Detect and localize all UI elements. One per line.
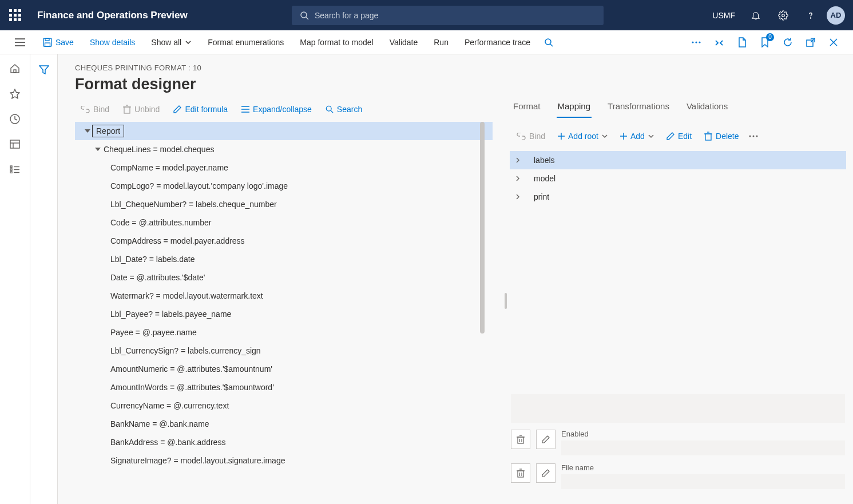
tree-search-button[interactable]: Search <box>320 102 368 116</box>
tab-mapping[interactable]: Mapping <box>557 98 592 118</box>
nav-recent[interactable] <box>9 113 21 125</box>
delete-button[interactable]: Delete <box>699 129 744 143</box>
scrollbar[interactable] <box>480 122 485 334</box>
trash-icon <box>517 469 525 478</box>
mapping-more-button[interactable] <box>745 133 761 140</box>
tree-node-label: Lbl_Date? = labels.date <box>109 255 195 264</box>
show-details-button[interactable]: Show details <box>82 30 143 54</box>
enabled-edit-button[interactable] <box>536 430 556 449</box>
tab-transformations[interactable]: Transformations <box>606 98 671 118</box>
tree-node[interactable]: CompAddress = model.payer.address <box>75 232 493 250</box>
enabled-field[interactable] <box>561 440 845 455</box>
datasource-labels[interactable]: labels <box>510 151 846 169</box>
add-button[interactable]: Add <box>614 129 660 143</box>
more-icon <box>749 135 758 137</box>
chevron-down-icon <box>185 39 192 46</box>
tree-node[interactable]: Lbl_Date? = labels.date <box>75 250 493 268</box>
summary-field <box>511 394 845 423</box>
tree-node-label: CompName = model.payer.name <box>109 163 228 172</box>
filename-label: File name <box>561 463 845 472</box>
settings-button[interactable] <box>772 4 795 27</box>
tree-node[interactable]: Code = @.attributes.number <box>75 213 493 232</box>
tree-node[interactable]: Watermark? = model.layout.watermark.text <box>75 287 493 305</box>
right-tabs: Format Mapping Transformations Validatio… <box>510 98 846 124</box>
filename-edit-button[interactable] <box>536 463 556 483</box>
clock-icon <box>10 114 20 124</box>
tree-node-label: Watermark? = model.layout.watermark.text <box>109 291 263 300</box>
edit-button[interactable]: Edit <box>661 129 697 143</box>
filter-column <box>30 54 58 504</box>
filter-button[interactable] <box>38 64 50 76</box>
performance-trace-button[interactable]: Performance trace <box>457 30 538 54</box>
tree-node-label: Payee = @.payee.name <box>109 328 197 337</box>
svg-rect-19 <box>14 70 16 73</box>
search-input[interactable]: Search for a page <box>292 6 604 25</box>
refresh-icon <box>783 37 793 47</box>
expand-collapse-button[interactable]: Expand/collapse <box>236 102 318 116</box>
chevron-down-icon <box>648 133 654 139</box>
splitter[interactable] <box>502 98 510 504</box>
nav-favorites[interactable] <box>9 88 21 100</box>
trash-icon <box>517 435 525 444</box>
tree-node-chequelines[interactable]: ChequeLines = model.cheques <box>75 140 493 158</box>
tree-node[interactable]: AmountNumeric = @.attributes.'$amountnum… <box>75 360 493 378</box>
tree-node[interactable]: CompName = model.payer.name <box>75 158 493 177</box>
nav-workspaces[interactable] <box>9 138 21 150</box>
caret-down-icon <box>85 128 90 134</box>
save-button[interactable]: Save <box>35 30 82 54</box>
tree-node[interactable]: Date = @.attributes.'$date' <box>75 268 493 287</box>
mapping-bind-button: Bind <box>511 129 551 143</box>
svg-point-14 <box>699 41 700 43</box>
more-actions-button[interactable] <box>686 32 707 53</box>
app-launcher[interactable] <box>0 9 30 21</box>
hamburger-button[interactable] <box>5 30 35 54</box>
tree-node-label: Lbl_Payee? = labels.payee_name <box>109 309 231 319</box>
enabled-delete-button[interactable] <box>511 430 530 449</box>
tree-node[interactable]: BankAddress = @.bank.address <box>75 433 493 451</box>
tree-node[interactable]: SignatureImage? = model.layout.signature… <box>75 451 493 470</box>
tree-node[interactable]: Lbl_CurrencySign? = labels.currency_sign <box>75 342 493 360</box>
svg-rect-8 <box>45 38 49 41</box>
tree-node[interactable]: Lbl_ChequeNumber? = labels.cheque_number <box>75 195 493 213</box>
add-root-button[interactable]: Add root <box>552 129 613 143</box>
tree-node[interactable]: CurrencyName = @.currency.text <box>75 396 493 415</box>
company-picker[interactable]: USMF <box>708 4 740 27</box>
tab-validations[interactable]: Validations <box>685 98 729 118</box>
datasource-model[interactable]: model <box>510 169 846 188</box>
tree-node[interactable]: AmountInWords = @.attributes.'$amountwor… <box>75 378 493 396</box>
gear-icon <box>778 10 788 21</box>
help-icon <box>806 10 816 21</box>
nav-modules[interactable] <box>9 163 21 176</box>
filename-field[interactable] <box>561 474 845 489</box>
tab-format[interactable]: Format <box>512 98 542 118</box>
refresh-button[interactable] <box>777 32 798 53</box>
tree-node-label: CompLogo? = model.layout.'company logo'.… <box>109 181 288 191</box>
close-button[interactable] <box>823 32 844 53</box>
messages-button[interactable]: 0 <box>755 32 775 53</box>
validate-button[interactable]: Validate <box>382 30 426 54</box>
tree-node[interactable]: CompLogo? = model.layout.'company logo'.… <box>75 177 493 195</box>
svg-marker-40 <box>85 129 90 133</box>
attachments-button[interactable] <box>732 32 752 53</box>
svg-point-48 <box>749 136 751 137</box>
related-button[interactable] <box>709 32 729 53</box>
svg-rect-32 <box>124 107 130 113</box>
tree-node-report[interactable]: Report <box>75 122 493 140</box>
edit-formula-button[interactable]: Edit formula <box>168 102 233 116</box>
show-all-button[interactable]: Show all <box>143 30 200 54</box>
tree-node[interactable]: BankName = @.bank.name <box>75 415 493 433</box>
svg-line-39 <box>331 110 333 113</box>
filename-delete-button[interactable] <box>511 463 530 483</box>
popout-button[interactable] <box>800 32 821 53</box>
help-button[interactable] <box>799 4 822 27</box>
nav-home[interactable] <box>9 62 21 75</box>
datasource-print[interactable]: print <box>510 188 846 206</box>
avatar[interactable]: AD <box>827 6 845 25</box>
run-button[interactable]: Run <box>426 30 457 54</box>
tree-node[interactable]: Lbl_Payee? = labels.payee_name <box>75 305 493 323</box>
format-enumerations-button[interactable]: Format enumerations <box>200 30 292 54</box>
notifications-button[interactable] <box>744 4 767 27</box>
map-format-to-model-button[interactable]: Map format to model <box>292 30 381 54</box>
tree-node[interactable]: Payee = @.payee.name <box>75 323 493 342</box>
find-button[interactable] <box>538 30 559 54</box>
